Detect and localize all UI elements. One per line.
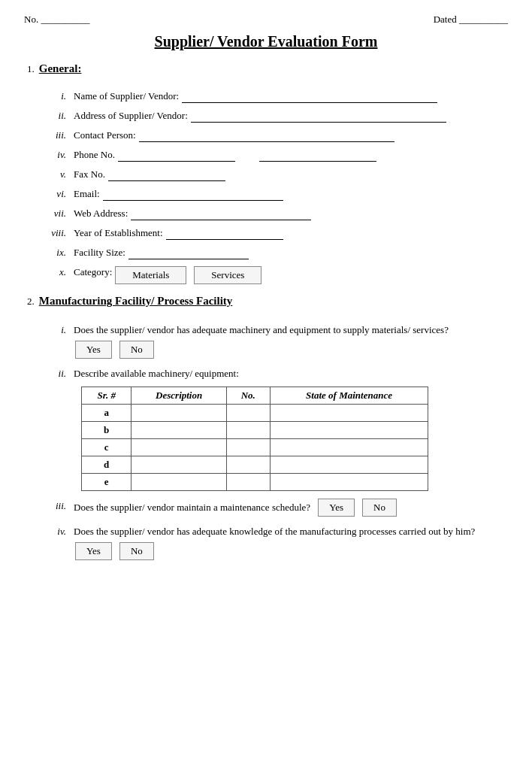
mfg-iii-yes-button[interactable]: Yes: [318, 499, 355, 517]
section-2: 2. Manufacturing Facility/ Process Facil…: [24, 295, 508, 560]
web-input[interactable]: [131, 208, 311, 220]
desc-a[interactable]: [131, 405, 226, 422]
machinery-table: Sr. # Description No. State of Maintenan…: [81, 387, 428, 491]
fax-input[interactable]: [108, 168, 225, 181]
mfg-field-i: i. Does the supplier/ vendor has adequat…: [39, 323, 508, 359]
page-title: Supplier/ Vendor Evaluation Form: [24, 33, 508, 50]
no-c[interactable]: [226, 439, 270, 456]
facility-size-input[interactable]: [128, 247, 249, 259]
name-input[interactable]: [182, 90, 437, 103]
desc-c[interactable]: [131, 439, 226, 456]
maint-d[interactable]: [270, 456, 428, 474]
mfg-text-iv: Does the supplier/ vendor has adequate k…: [74, 524, 508, 539]
contact-input[interactable]: [139, 129, 394, 142]
field-email: vi. Email:: [39, 188, 508, 201]
table-header-sr: Sr. #: [82, 387, 131, 405]
maint-c[interactable]: [270, 439, 428, 456]
section1-label: General:: [39, 62, 82, 75]
sr-a: a: [82, 405, 131, 422]
table-row: c: [82, 439, 428, 456]
maint-a[interactable]: [270, 405, 428, 422]
mfg-iv-no-button[interactable]: No: [119, 542, 154, 560]
section-1: 1. General: i. Name of Supplier/ Vendor:…: [24, 62, 508, 284]
table-row: a: [82, 405, 428, 422]
field-phone: iv. Phone No.: [39, 149, 508, 162]
field-facility-size: ix. Facility Size:: [39, 247, 508, 259]
no-d[interactable]: [226, 456, 270, 474]
mfg-text-i: Does the supplier/ vendor has adequate m…: [74, 323, 508, 338]
maint-row: Does the supplier/ vendor maintain a mai…: [74, 499, 508, 517]
dated-label: Dated __________: [434, 14, 508, 26]
field-address: ii. Address of Supplier/ Vendor:: [39, 110, 508, 123]
mfg-field-ii: ii. Describe available machinery/ equipm…: [39, 366, 508, 492]
table-header-no: No.: [226, 387, 270, 405]
table-header-desc: Description: [131, 387, 226, 405]
table-row: d: [82, 456, 428, 474]
table-header-maint: State of Maintenance: [270, 387, 428, 405]
materials-button[interactable]: Materials: [115, 266, 186, 284]
mfg-i-yes-button[interactable]: Yes: [75, 341, 112, 359]
field-fax: v. Fax No.: [39, 168, 508, 181]
table-row: b: [82, 422, 428, 439]
no-b[interactable]: [226, 422, 270, 439]
address-input[interactable]: [191, 110, 446, 123]
no-label: No. __________: [24, 14, 89, 26]
phone-input-1[interactable]: [118, 149, 235, 162]
field-contact: iii. Contact Person:: [39, 129, 508, 142]
mfg-text-ii: Describe available machinery/ equipment:: [74, 366, 508, 381]
general-fields: i. Name of Supplier/ Vendor: ii. Address…: [24, 90, 508, 284]
section2-label: Manufacturing Facility/ Process Facility: [39, 295, 233, 308]
maint-e[interactable]: [270, 474, 428, 491]
desc-b[interactable]: [131, 422, 226, 439]
sr-d: d: [82, 456, 131, 474]
mfg-iv-yes-button[interactable]: Yes: [75, 542, 112, 560]
field-year: viii. Year of Establishment:: [39, 227, 508, 240]
field-web: vii. Web Address:: [39, 208, 508, 220]
sr-e: e: [82, 474, 131, 491]
mfg-field-iii: iii. Does the supplier/ vendor maintain …: [39, 499, 508, 517]
field-name: i. Name of Supplier/ Vendor:: [39, 90, 508, 103]
table-row: e: [82, 474, 428, 491]
field-category: x. Category: Materials Services: [39, 266, 508, 284]
no-a[interactable]: [226, 405, 270, 422]
mfg-yesno-i: Yes No: [75, 341, 508, 359]
mfg-text-iii: Does the supplier/ vendor maintain a mai…: [74, 500, 310, 515]
category-buttons: Materials Services: [115, 266, 261, 284]
mfg-field-iv: iv. Does the supplier/ vendor has adequa…: [39, 524, 508, 560]
desc-d[interactable]: [131, 456, 226, 474]
mfg-iii-no-button[interactable]: No: [362, 499, 397, 517]
phone-input-2[interactable]: [259, 149, 376, 162]
section2-number: 2.: [27, 296, 35, 308]
maint-b[interactable]: [270, 422, 428, 439]
desc-e[interactable]: [131, 474, 226, 491]
sr-c: c: [82, 439, 131, 456]
mfg-i-no-button[interactable]: No: [119, 341, 154, 359]
mfg-yesno-iv: Yes No: [75, 542, 508, 560]
mfg-fields: i. Does the supplier/ vendor has adequat…: [24, 323, 508, 560]
email-input[interactable]: [103, 188, 283, 201]
year-input[interactable]: [166, 227, 283, 240]
services-button[interactable]: Services: [194, 266, 261, 284]
sr-b: b: [82, 422, 131, 439]
section1-number: 1.: [27, 63, 35, 75]
no-e[interactable]: [226, 474, 270, 491]
